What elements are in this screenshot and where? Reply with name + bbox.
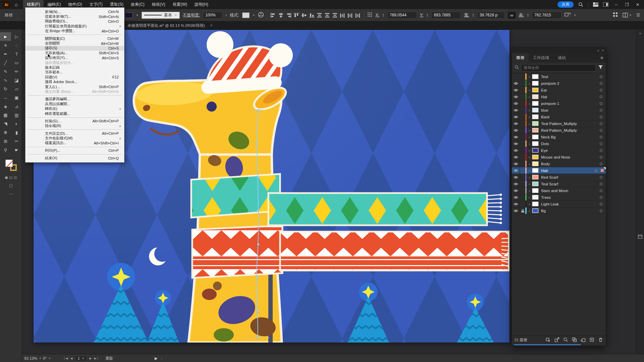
layer-name[interactable]: Trees	[541, 195, 600, 199]
symbol-sprayer-tool[interactable]: ✻	[0, 128, 11, 137]
layer-thumbnail[interactable]	[532, 161, 539, 166]
layer-thumbnail[interactable]	[532, 121, 539, 126]
target-circle[interactable]	[600, 163, 602, 165]
expand-chevron-icon[interactable]: ›	[527, 135, 532, 139]
target-circle[interactable]	[600, 142, 602, 145]
file-menu-item[interactable]: 列印(P)...Ctrl+P	[25, 148, 124, 153]
layer-name[interactable]: Mouse and Nose	[541, 155, 600, 159]
expand-chevron-icon[interactable]: ›	[527, 122, 532, 126]
target-circle[interactable]	[600, 82, 602, 85]
layer-name[interactable]: pompom 2	[541, 81, 600, 85]
expand-dock-icon[interactable]: «	[639, 32, 641, 35]
blend-tool[interactable]: ◐	[11, 119, 22, 128]
rectangle-tool[interactable]: ▭	[11, 58, 22, 67]
expand-chevron-icon[interactable]: ›	[527, 102, 532, 106]
target-circle[interactable]	[600, 136, 602, 138]
restore-button[interactable]: ❐	[624, 2, 630, 7]
layer-name[interactable]: Ear	[541, 88, 600, 92]
file-menu-item[interactable]: 檔案資訊(I)...Alt+Shift+Ctrl+I	[25, 141, 124, 145]
file-menu-item[interactable]: 共用以供審閱...	[25, 102, 124, 106]
rotation-dropdown[interactable]: 0° ▼	[43, 354, 51, 362]
previous-artboard-icon[interactable]: ◀	[70, 357, 72, 360]
fill-stroke-widget[interactable]	[5, 160, 17, 171]
file-menu-item[interactable]: 指令檔(R)›	[25, 124, 124, 128]
target-circle[interactable]	[600, 183, 602, 185]
visibility-toggle[interactable]	[512, 134, 520, 140]
layer-thumbnail[interactable]	[532, 201, 539, 206]
share-button[interactable]: 共用	[557, 1, 574, 8]
target-circle[interactable]	[600, 176, 602, 179]
visibility-toggle[interactable]	[512, 187, 520, 194]
search-icon[interactable]	[578, 2, 583, 7]
gradient-tool[interactable]: ▥	[11, 111, 22, 119]
file-menu-item[interactable]: 置入(L)...Shift+Ctrl+P	[25, 84, 124, 89]
width-input[interactable]: 39.7628 p	[477, 12, 505, 19]
layer-name[interactable]: Text	[541, 75, 600, 79]
layer-thumbnail[interactable]	[532, 128, 539, 133]
lock-toggle[interactable]	[520, 140, 525, 147]
collapsed-panel-icon[interactable]	[638, 235, 642, 240]
height-stepper[interactable]: ▲▼	[527, 13, 529, 17]
lock-toggle[interactable]	[520, 207, 525, 214]
delete-layer-icon[interactable]	[598, 337, 603, 343]
file-menu-item[interactable]: 新增(N)...Ctrl+N	[25, 9, 124, 14]
file-menu-item[interactable]: 轉存選取範圍...	[25, 111, 124, 116]
direct-selection-tool[interactable]: ▷	[11, 32, 22, 41]
layer-row-hat[interactable]: ›Hat	[512, 94, 606, 100]
menubar-item-8[interactable]: 視窗(W)	[169, 0, 191, 9]
visibility-toggle[interactable]	[512, 100, 520, 107]
lock-toggle[interactable]	[520, 174, 525, 180]
target-circle[interactable]	[600, 109, 602, 112]
perspective-grid-tool[interactable]: ⊿	[11, 102, 22, 111]
opacity-label[interactable]: 不透明度:	[183, 12, 200, 18]
lock-toggle[interactable]	[520, 161, 525, 167]
layer-row-stars-and-moon[interactable]: ›Stars and Moon	[512, 187, 606, 194]
layer-name[interactable]: Stars and Moon	[541, 189, 600, 193]
menubar-item-7[interactable]: 檢視(V)	[148, 0, 169, 9]
visibility-toggle[interactable]	[512, 147, 520, 154]
y-stepper[interactable]: ▲▼	[426, 13, 428, 17]
expand-chevron-icon[interactable]: ›	[527, 142, 532, 146]
locate-object-icon[interactable]	[563, 337, 568, 343]
moon[interactable]	[149, 247, 167, 265]
scale-tool[interactable]: ▱	[11, 84, 22, 93]
layer-name[interactable]: Bg	[541, 209, 600, 213]
target-circle[interactable]	[600, 89, 602, 92]
pencil-tool[interactable]: ✏	[11, 67, 22, 76]
layer-thumbnail[interactable]	[532, 134, 539, 139]
x-label[interactable]: X:	[375, 13, 379, 17]
transform-chevron-icon[interactable]: ▼	[574, 14, 576, 17]
make-clipping-mask-icon[interactable]	[572, 337, 577, 343]
lock-toggle[interactable]	[520, 181, 525, 187]
document-tab[interactable]: 未做透明度平面化.ai* @ 92.13 % (RGB/預視) ×	[127, 21, 213, 29]
file-menu-item[interactable]: 在 Bridge 中瀏覽...Alt+Ctrl+O	[25, 29, 124, 34]
expand-chevron-icon[interactable]: ›	[527, 88, 532, 92]
layer-row-neck-bg[interactable]: ›Neck Bg	[512, 134, 606, 140]
workspace-switcher-icon[interactable]: ☰	[636, 13, 640, 17]
align-vertical-top-icon[interactable]	[293, 13, 299, 18]
layer-thumbnail[interactable]	[532, 188, 539, 193]
expand-chevron-icon[interactable]: ›	[527, 169, 532, 173]
layer-row-teal-scarf[interactable]: ›Teal Scarf	[512, 181, 606, 187]
file-menu-item[interactable]: 從範本新增(T)...Shift+Ctrl+N	[25, 14, 124, 19]
layer-thumbnail[interactable]	[532, 141, 539, 146]
new-layer-icon[interactable]	[589, 337, 594, 343]
layer-name[interactable]: Light Leak	[541, 202, 600, 206]
shape-builder-tool[interactable]: ◈	[0, 102, 11, 111]
slice-tool[interactable]: ✂	[11, 137, 22, 145]
file-menu-item[interactable]: 結束(X)Ctrl+Q	[25, 156, 124, 161]
visibility-toggle[interactable]	[512, 107, 520, 113]
constrain-proportions-icon[interactable]: ∞	[508, 12, 516, 19]
target-circle[interactable]	[600, 75, 602, 78]
properties-grid-icon[interactable]	[613, 12, 618, 18]
x-stepper[interactable]: ▲▼	[382, 13, 384, 17]
layer-thumbnail[interactable]	[532, 181, 539, 186]
layer-row-mouse-and-nose[interactable]: ›Mouse and Nose	[512, 154, 606, 161]
file-menu-item[interactable]: 邀請參與編輯...	[25, 97, 124, 102]
lock-toggle[interactable]	[520, 80, 525, 86]
visibility-toggle[interactable]	[512, 207, 520, 214]
collapse-panel-icon[interactable]: »	[597, 49, 599, 52]
visibility-toggle[interactable]	[512, 181, 520, 187]
tab-artboards[interactable]: 工作區域	[529, 53, 553, 62]
visibility-toggle[interactable]	[512, 161, 520, 167]
